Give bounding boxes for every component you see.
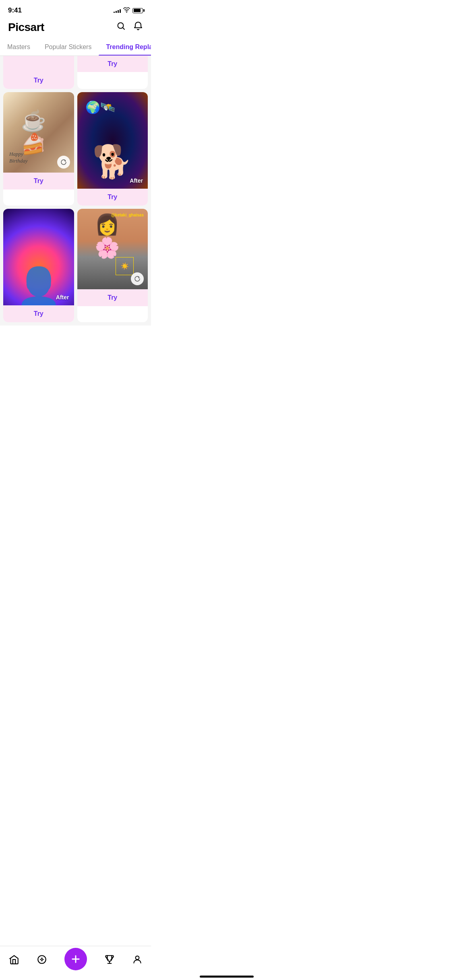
card-dog-space: After Try: [77, 92, 148, 206]
user-badge: @ketaki_ghaisas: [111, 213, 144, 217]
top-partial-row: Try Try: [0, 56, 151, 89]
try-button-3[interactable]: Try: [3, 305, 74, 322]
battery-icon: [132, 8, 143, 13]
card-flower-woman-image: @ketaki_ghaisas ☀️: [77, 209, 148, 289]
replay-badge-1[interactable]: [57, 156, 70, 169]
notification-bell-icon[interactable]: [133, 21, 143, 33]
wifi-icon: [123, 7, 130, 14]
card-dog-space-image: After: [77, 92, 148, 189]
status-icons: [114, 7, 143, 14]
tab-trending-replays[interactable]: Trending Replays: [99, 39, 151, 56]
card-coffee-image: HappyBirthday: [3, 92, 74, 173]
after-badge-2: After: [56, 294, 69, 301]
try-button-2[interactable]: Try: [77, 189, 148, 206]
tabs-container: Masters Popular Stickers Trending Replay…: [0, 39, 151, 56]
replay-badge-2[interactable]: [131, 272, 144, 285]
search-icon[interactable]: [116, 21, 126, 33]
header-icons: [116, 21, 143, 33]
status-bar: 9:41: [0, 0, 151, 18]
card-girl-sunset: After Try: [3, 209, 74, 322]
girl-sunset-image-bg: After: [3, 209, 74, 305]
card-coffee: HappyBirthday Try: [3, 92, 74, 206]
after-badge-1: After: [130, 177, 143, 184]
partial-card-left: Try: [3, 56, 74, 89]
logo: Picsart: [8, 21, 44, 34]
scrollable-content: Try Try HappyBirthday Try: [0, 56, 151, 362]
tab-popular-stickers[interactable]: Popular Stickers: [37, 39, 99, 56]
card-flower-woman: @ketaki_ghaisas ☀️ Try: [77, 209, 148, 322]
signal-icon: [114, 8, 121, 13]
dog-space-image-bg: After: [77, 92, 148, 189]
status-time: 9:41: [8, 6, 22, 14]
content-grid: HappyBirthday Try After Try: [0, 89, 151, 325]
flower-woman-image-bg: @ketaki_ghaisas ☀️: [77, 209, 148, 289]
partial-card-right: Try: [77, 56, 148, 89]
tab-masters[interactable]: Masters: [0, 39, 37, 56]
card-girl-sunset-image: After: [3, 209, 74, 305]
birthday-caption: HappyBirthday: [9, 151, 28, 165]
try-button-4[interactable]: Try: [77, 289, 148, 306]
sun-box: ☀️: [116, 257, 134, 275]
partial-try-left-button[interactable]: Try: [3, 72, 74, 89]
try-button-1[interactable]: Try: [3, 173, 74, 189]
header: Picsart: [0, 18, 151, 39]
